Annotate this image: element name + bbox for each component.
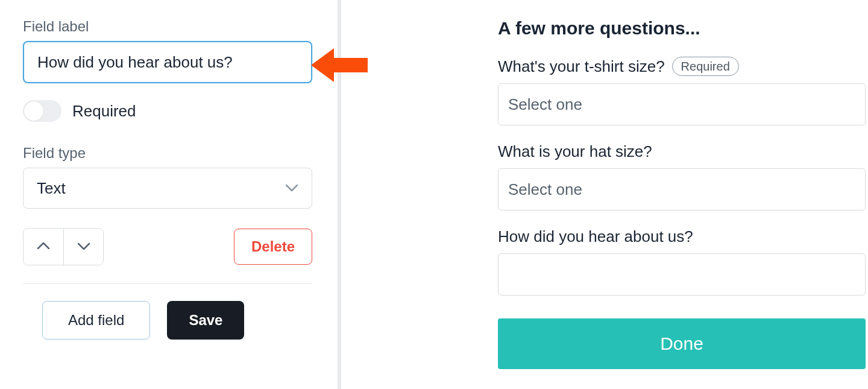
preview-field: What's your t-shirt size? Required Selec… — [498, 57, 868, 125]
preview-field-label: What is your hat size? — [498, 142, 652, 161]
field-editor-panel: Field label Required Field type Text — [0, 0, 338, 389]
save-button[interactable]: Save — [167, 301, 244, 340]
field-type-select[interactable]: Text — [23, 168, 312, 209]
field-type-value: Text — [37, 179, 66, 198]
move-down-button[interactable] — [63, 229, 103, 265]
required-toggle[interactable] — [23, 100, 61, 122]
field-label-heading: Field label — [23, 18, 315, 35]
form-preview-panel: A few more questions... What's your t-sh… — [341, 0, 868, 389]
preview-field-label: What's your t-shirt size? — [498, 57, 665, 76]
preview-field-label: How did you hear about us? — [498, 227, 693, 246]
add-field-button[interactable]: Add field — [42, 301, 150, 340]
delete-button[interactable]: Delete — [234, 229, 312, 265]
required-toggle-label: Required — [72, 102, 136, 121]
preview-select-hat[interactable]: Select one — [498, 168, 866, 210]
preview-heading: A few more questions... — [498, 18, 868, 39]
chevron-down-icon — [285, 184, 298, 192]
field-type-heading: Field type — [23, 145, 315, 162]
preview-field: How did you hear about us? — [498, 227, 868, 296]
preview-select-placeholder: Select one — [508, 95, 582, 114]
toggle-knob — [24, 101, 43, 121]
preview-field: What is your hat size? Select one — [498, 142, 868, 210]
chevron-up-icon — [36, 241, 51, 253]
preview-text-input[interactable] — [498, 253, 866, 296]
reorder-group — [23, 228, 104, 265]
chevron-down-icon — [77, 241, 91, 253]
field-label-input[interactable] — [23, 41, 312, 83]
required-pill: Required — [672, 57, 739, 76]
preview-select-placeholder: Select one — [508, 180, 582, 199]
done-button[interactable]: Done — [498, 318, 866, 369]
move-up-button[interactable] — [24, 229, 63, 265]
preview-select-tshirt[interactable]: Select one — [498, 83, 866, 125]
